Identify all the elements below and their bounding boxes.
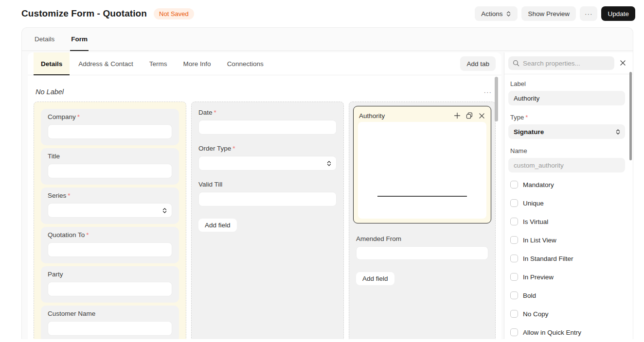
- field-amended-from[interactable]: Amended From: [356, 235, 488, 260]
- field-valid-till[interactable]: Valid Till: [198, 181, 337, 206]
- checkbox-mandatory[interactable]: Mandatory: [510, 181, 625, 188]
- field-label: Quotation To: [48, 231, 85, 239]
- required-marker: *: [68, 192, 70, 199]
- doctype-tab-address-contact[interactable]: Address & Contact: [71, 52, 141, 75]
- checkbox-label: Allow in Quick Entry: [523, 329, 581, 336]
- company-input[interactable]: [48, 124, 172, 139]
- type-property-select[interactable]: Signature: [508, 124, 625, 139]
- is-virtual-checkbox[interactable]: [510, 218, 518, 225]
- property-label-label: Label: [510, 80, 625, 87]
- label-property-input[interactable]: [508, 91, 625, 105]
- add-tab-button[interactable]: Add tab: [460, 56, 496, 71]
- allow-in-quick-entry-checkbox[interactable]: [510, 328, 518, 336]
- page-title: Customize Form - Quotation: [21, 8, 147, 19]
- checkbox-in-standard-filter[interactable]: In Standard Filter: [510, 255, 625, 262]
- doctype-tab-terms[interactable]: Terms: [142, 52, 175, 75]
- section-menu-button[interactable]: ···: [482, 88, 494, 96]
- customer-name-input[interactable]: [48, 321, 172, 336]
- amended-from-input[interactable]: [356, 246, 488, 260]
- checkbox-label: In Standard Filter: [523, 255, 573, 262]
- field-quotation-to[interactable]: Quotation To*: [41, 227, 179, 263]
- sidebar-scrollbar[interactable]: [629, 72, 632, 160]
- signature-pad[interactable]: [358, 122, 486, 219]
- checkbox-allow-in-quick-entry[interactable]: Allow in Quick Entry: [510, 328, 625, 336]
- field-party[interactable]: Party: [41, 266, 179, 303]
- add-field-button[interactable]: Add field: [356, 272, 394, 285]
- checkbox-label: Is Virtual: [523, 218, 548, 225]
- field-label: Customer Name: [48, 310, 95, 317]
- required-marker: *: [77, 113, 80, 120]
- builder-column-2: Date* Order Type* Valid Till: [191, 102, 344, 339]
- name-property-input[interactable]: [508, 158, 625, 172]
- required-marker: *: [214, 109, 216, 116]
- tab-details[interactable]: Details: [29, 28, 60, 51]
- required-marker: *: [86, 231, 89, 239]
- bold-checkbox[interactable]: [510, 291, 518, 299]
- builder-column-1: Company* Title Series*: [34, 102, 186, 339]
- valid-till-input[interactable]: [198, 192, 337, 206]
- title-input[interactable]: [48, 164, 172, 178]
- date-input[interactable]: [198, 120, 337, 135]
- checkbox-no-copy[interactable]: No Copy: [510, 310, 625, 318]
- no-copy-checkbox[interactable]: [510, 310, 518, 318]
- checkbox-bold[interactable]: Bold: [510, 291, 625, 299]
- builder-column-3: Authority: [349, 102, 496, 339]
- field-title[interactable]: Title: [41, 148, 179, 185]
- signature-line: [377, 196, 467, 197]
- ellipsis-icon: ···: [585, 10, 593, 17]
- field-label: Order Type: [198, 145, 231, 152]
- field-label: Title: [48, 153, 60, 160]
- duplicate-field-button[interactable]: [465, 112, 473, 120]
- checkbox-label: In Preview: [523, 274, 554, 281]
- search-properties-input[interactable]: [523, 60, 610, 67]
- field-series[interactable]: Series*: [41, 188, 179, 224]
- remove-field-button[interactable]: [478, 112, 485, 120]
- add-field-below-button[interactable]: [453, 112, 461, 120]
- checkbox-label: No Copy: [523, 310, 549, 318]
- series-select[interactable]: [48, 203, 172, 218]
- field-order-type[interactable]: Order Type*: [198, 145, 337, 171]
- field-authority-selected[interactable]: Authority: [353, 106, 491, 223]
- checkbox-in-list-view[interactable]: In List View: [510, 236, 625, 244]
- doctype-tab-details[interactable]: Details: [34, 52, 70, 75]
- field-label: Company: [48, 113, 76, 120]
- required-marker: *: [525, 114, 528, 121]
- mandatory-checkbox[interactable]: [510, 181, 518, 188]
- tab-form[interactable]: Form: [65, 28, 93, 51]
- checkbox-is-virtual[interactable]: Is Virtual: [510, 218, 625, 225]
- show-preview-button[interactable]: Show Preview: [521, 6, 576, 21]
- checkbox-label: Bold: [523, 292, 536, 299]
- actions-button-label: Actions: [481, 10, 502, 17]
- close-icon: [479, 113, 485, 119]
- properties-sidebar: Label Type* Signature Name Mandator: [504, 52, 633, 339]
- chevron-updown-icon: [506, 11, 511, 17]
- doctype-tab-more-info[interactable]: More Info: [176, 52, 218, 75]
- in-list-view-checkbox[interactable]: [510, 236, 518, 244]
- in-preview-checkbox[interactable]: [510, 273, 518, 281]
- more-options-button[interactable]: ···: [580, 6, 598, 21]
- outer-tab-bar: Details Form: [22, 28, 633, 51]
- doctype-tab-connections[interactable]: Connections: [220, 52, 271, 75]
- page-header: Customize Form - Quotation Not Saved Act…: [0, 0, 644, 27]
- field-customer-name[interactable]: Customer Name: [41, 306, 179, 339]
- search-icon: [513, 60, 519, 67]
- field-label: Valid Till: [198, 181, 222, 188]
- field-label: Series: [48, 192, 66, 199]
- add-field-button[interactable]: Add field: [198, 219, 237, 232]
- unique-checkbox[interactable]: [510, 199, 518, 207]
- property-type-label: Type: [510, 114, 524, 121]
- actions-button[interactable]: Actions: [475, 6, 518, 21]
- checkbox-label: Mandatory: [523, 181, 554, 188]
- field-date[interactable]: Date*: [198, 109, 337, 135]
- update-button[interactable]: Update: [601, 6, 635, 21]
- field-company[interactable]: Company*: [41, 109, 179, 145]
- close-sidebar-button[interactable]: [616, 57, 629, 69]
- builder-scrollbar[interactable]: [495, 77, 498, 121]
- in-standard-filter-checkbox[interactable]: [510, 255, 518, 262]
- party-input[interactable]: [48, 282, 172, 296]
- checkbox-in-preview[interactable]: In Preview: [510, 273, 625, 281]
- order-type-select[interactable]: [198, 156, 337, 171]
- quotation-to-input[interactable]: [48, 242, 172, 257]
- customize-form-card: Details Form Details Address & Contact T…: [21, 27, 633, 339]
- checkbox-unique[interactable]: Unique: [510, 199, 625, 207]
